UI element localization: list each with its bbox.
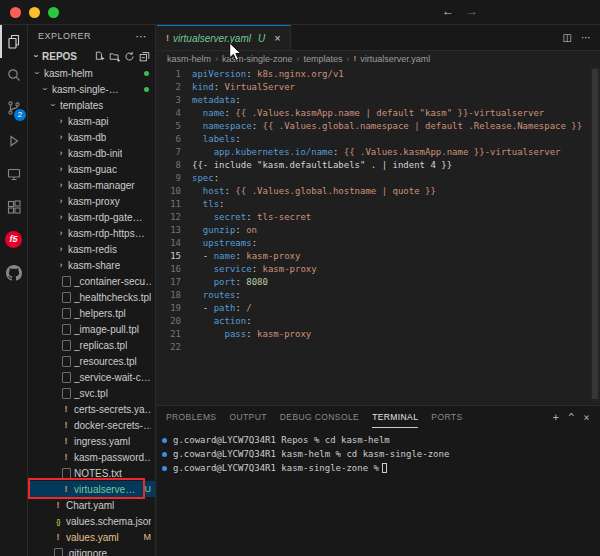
code-line-22[interactable]: 22 (157, 341, 600, 354)
code-line-5[interactable]: 5 namespace: {{ .Values.global.namespace… (157, 120, 600, 133)
terminal[interactable]: g.coward@LYCW7Q34R1 Repos % cd kasm-helm… (157, 428, 600, 475)
forward-icon[interactable]: → (466, 4, 478, 18)
tab-virtualserver-yaml[interactable]: ! virtualserver.yaml U × (157, 25, 291, 50)
source-control-icon[interactable]: 2 (0, 91, 27, 124)
code-line-1[interactable]: 1apiVersion: k8s.nginx.org/v1 (157, 68, 600, 81)
remote-explorer-icon[interactable] (0, 157, 27, 190)
breadcrumb-item-templates[interactable]: templates (304, 54, 343, 64)
split-editor-icon[interactable]: ◫ (563, 32, 572, 43)
tree-file-svc-tpl[interactable]: _svc.tpl (28, 385, 155, 401)
panel-tab-output[interactable]: OUTPUT (229, 407, 266, 428)
tree-folder-kasm-rdp-gate[interactable]: ›kasm-rdp-gate… (28, 209, 155, 225)
code-line-14[interactable]: 14 upstreams: (157, 237, 600, 250)
new-terminal-icon[interactable]: + (553, 412, 559, 423)
new-folder-icon[interactable] (109, 51, 120, 62)
tree-file-replicas-tpl[interactable]: _replicas.tpl (28, 337, 155, 353)
code-line-11[interactable]: 11 tls: (157, 198, 600, 211)
tree-folder-kasm-guac[interactable]: ›kasm-guac (28, 161, 155, 177)
chevron-down-icon: › (32, 68, 42, 78)
tree-file-helpers-tpl[interactable]: _helpers.tpl (28, 305, 155, 321)
tree-file-chart-yaml[interactable]: !Chart.yaml (28, 497, 155, 513)
code-line-10[interactable]: 10 host: {{ .Values.global.hostname | qu… (157, 185, 600, 198)
tree-folder-kasm-db[interactable]: ›kasm-db (28, 129, 155, 145)
editor-scrollbar[interactable] (590, 67, 600, 403)
tree-folder-kasm-share[interactable]: ›kasm-share (28, 257, 155, 273)
close-window-button[interactable] (10, 7, 21, 18)
editor-more-icon[interactable]: ⋯ (581, 32, 591, 43)
panel-tab-problems[interactable]: PROBLEMS (166, 407, 216, 428)
breadcrumb-item-kasm-helm[interactable]: kasm-helm (167, 54, 211, 64)
minimize-window-button[interactable] (29, 7, 40, 18)
tree-folder-kasm-db-init[interactable]: ›kasm-db-init (28, 145, 155, 161)
tree-file-kasm-password[interactable]: !kasm-password… (28, 449, 155, 465)
yaml-file-icon: ! (60, 436, 72, 446)
code-line-21[interactable]: 21 pass: kasm-proxy (157, 328, 600, 341)
code-editor[interactable]: 1apiVersion: k8s.nginx.org/v12kind: Virt… (157, 66, 600, 354)
code-line-3[interactable]: 3metadata: (157, 94, 600, 107)
refresh-icon[interactable] (124, 51, 135, 62)
panel-tab-ports[interactable]: PORTS (431, 407, 462, 428)
tree-file-notes-txt[interactable]: NOTES.txt (28, 465, 155, 481)
tree-folder-kasm-proxy[interactable]: ›kasm-proxy (28, 193, 155, 209)
code-line-20[interactable]: 20 action: (157, 315, 600, 328)
code-line-17[interactable]: 17 port: 8080 (157, 276, 600, 289)
code-line-2[interactable]: 2kind: VirtualServer (157, 81, 600, 94)
scrollbar-thumb[interactable] (592, 69, 598, 399)
tree-folder-kasm-helm[interactable]: ›kasm-helm (28, 65, 155, 81)
extensions-icon[interactable] (0, 190, 27, 223)
code-token: {{ .Values.global.namespace | default .R… (257, 121, 582, 131)
close-tab-icon[interactable]: × (274, 32, 280, 44)
search-icon[interactable] (0, 58, 27, 91)
f5-extension-icon[interactable]: f5 (0, 223, 27, 256)
tree-file-service-wait-c[interactable]: _service-wait-c… (28, 369, 155, 385)
code-token (192, 134, 203, 144)
tree-file-docker-secrets[interactable]: !docker-secrets-… (28, 417, 155, 433)
line-number: 7 (157, 146, 181, 159)
tree-file-certs-secrets-ya[interactable]: !certs-secrets.ya… (28, 401, 155, 417)
code-line-4[interactable]: 4 name: {{ .Values.kasmApp.name | defaul… (157, 107, 600, 120)
code-line-18[interactable]: 18 routes: (157, 289, 600, 302)
code-line-9[interactable]: 9spec: (157, 172, 600, 185)
tree-file-healthchecks-tpl[interactable]: _healthchecks.tpl (28, 289, 155, 305)
code-text: - name: kasm-proxy (192, 250, 300, 263)
explorer-icon[interactable] (0, 25, 27, 58)
tree-folder-kasm-manager[interactable]: ›kasm-manager (28, 177, 155, 193)
panel-tab-debug-console[interactable]: DEBUG CONSOLE (280, 407, 359, 428)
tree-file-values-schema-json[interactable]: {}values.schema.json (28, 513, 155, 529)
tree-folder-kasm-redis[interactable]: ›kasm-redis (28, 241, 155, 257)
github-icon[interactable] (0, 256, 27, 289)
code-line-19[interactable]: 19 - path: / (157, 302, 600, 315)
code-line-7[interactable]: 7 app.kubernetes.io/name: {{ .Values.kas… (157, 146, 600, 159)
breadcrumb-item-virtualserver-yaml[interactable]: virtualserver.yaml (360, 54, 430, 64)
panel-tab-terminal[interactable]: TERMINAL (372, 407, 418, 428)
code-line-16[interactable]: 16 service: kasm-proxy (157, 263, 600, 276)
new-file-icon[interactable] (94, 51, 105, 62)
tree-folder-templates[interactable]: ›templates (28, 97, 155, 113)
code-line-15[interactable]: 15 - name: kasm-proxy (157, 250, 600, 263)
code-token: spec (192, 173, 214, 183)
tree-folder-kasm-api[interactable]: ›kasm-api (28, 113, 155, 129)
tree-file-container-secu[interactable]: _container-secu… (28, 273, 155, 289)
repos-section-header[interactable]: › REPOS (28, 47, 155, 65)
tree-folder-kasm-rdp-https[interactable]: ›kasm-rdp-https… (28, 225, 155, 241)
tree-file-resources-tpl[interactable]: _resources.tpl (28, 353, 155, 369)
tree-file-gitignore[interactable]: .gitignore (28, 545, 155, 556)
tree-file-virtualserve[interactable]: !virtualserve…U (28, 481, 155, 497)
code-line-12[interactable]: 12 secret: tls-secret (157, 211, 600, 224)
collapse-all-icon[interactable] (139, 51, 150, 62)
back-icon[interactable]: ← (442, 4, 454, 18)
explorer-more-icon[interactable]: ⋯ (136, 30, 148, 43)
tree-folder-kasm-single[interactable]: ›kasm-single-… (28, 81, 155, 97)
code-line-8[interactable]: 8{{- include "kasm.defaultLabels" . | in… (157, 159, 600, 172)
breadcrumb-item-kasm-single-zone[interactable]: kasm-single-zone (222, 54, 293, 64)
code-line-6[interactable]: 6 labels: (157, 133, 600, 146)
tree-file-ingress-yaml[interactable]: !ingress.yaml (28, 433, 155, 449)
zoom-window-button[interactable] (48, 7, 59, 18)
panel-close-icon[interactable]: × (584, 412, 590, 423)
tree-file-image-pull-tpl[interactable]: _image-pull.tpl (28, 321, 155, 337)
run-debug-icon[interactable] (0, 124, 27, 157)
code-token: service (214, 264, 252, 274)
panel-maximize-icon[interactable]: ^ (568, 412, 574, 423)
tree-file-values-yaml[interactable]: !values.yamlM (28, 529, 155, 545)
code-line-13[interactable]: 13 gunzip: on (157, 224, 600, 237)
